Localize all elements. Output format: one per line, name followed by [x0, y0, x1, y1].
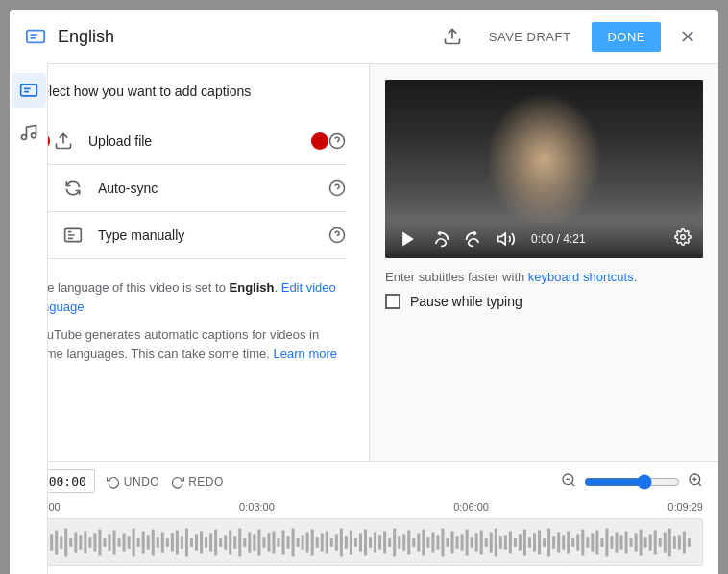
- svg-rect-110: [446, 538, 449, 547]
- svg-rect-134: [562, 535, 565, 549]
- svg-rect-51: [161, 532, 164, 552]
- subtitle-icon: [25, 26, 46, 47]
- play-button[interactable]: [397, 227, 420, 251]
- svg-rect-147: [625, 531, 628, 553]
- autosync-help-icon[interactable]: [328, 179, 346, 197]
- svg-rect-32: [69, 538, 72, 547]
- sidebar-music-icon[interactable]: [12, 115, 46, 150]
- svg-rect-143: [605, 529, 608, 557]
- svg-rect-155: [664, 532, 667, 552]
- svg-rect-103: [412, 538, 415, 547]
- svg-rect-31: [64, 529, 67, 557]
- svg-rect-83: [316, 537, 319, 548]
- svg-rect-50: [157, 537, 159, 548]
- modal-title: English: [58, 27, 437, 47]
- svg-line-18: [571, 483, 574, 486]
- svg-point-165: [21, 135, 26, 140]
- svg-rect-157: [673, 536, 676, 548]
- info-section: The language of this video is set to Eng…: [33, 278, 346, 372]
- pause-checkbox[interactable]: [385, 294, 400, 309]
- forward-button[interactable]: [462, 227, 485, 251]
- svg-rect-81: [306, 532, 309, 552]
- ruler-marker-2: 0:06:00: [453, 501, 489, 513]
- done-button[interactable]: DONE: [592, 22, 661, 52]
- svg-rect-84: [321, 533, 324, 551]
- pause-row: Pause while typing: [385, 294, 703, 309]
- svg-rect-74: [272, 531, 275, 553]
- svg-rect-118: [485, 538, 488, 547]
- svg-rect-99: [393, 529, 396, 557]
- modal-body: Select how you want to add captions Uplo…: [10, 64, 718, 461]
- pause-label: Pause while typing: [410, 294, 522, 309]
- svg-marker-15: [498, 233, 506, 245]
- svg-rect-85: [326, 531, 328, 553]
- svg-rect-0: [27, 31, 44, 43]
- learn-more-link[interactable]: Learn more: [274, 347, 337, 361]
- svg-rect-112: [456, 536, 459, 548]
- option-upload[interactable]: Upload file: [33, 118, 346, 165]
- subtitle-hint: Enter subtitles faster with keyboard sho…: [385, 270, 703, 284]
- option-manual[interactable]: Type manually: [33, 212, 346, 259]
- svg-rect-100: [398, 536, 400, 548]
- volume-button[interactable]: [495, 227, 518, 251]
- svg-rect-87: [335, 534, 338, 550]
- svg-rect-137: [576, 534, 579, 550]
- upload-icon-header[interactable]: [437, 21, 468, 52]
- manual-help-icon[interactable]: [328, 227, 346, 244]
- svg-rect-65: [229, 531, 231, 555]
- close-button[interactable]: [672, 21, 703, 52]
- svg-rect-102: [407, 531, 410, 555]
- svg-rect-162: [20, 84, 36, 96]
- svg-rect-39: [103, 538, 106, 547]
- svg-rect-108: [436, 535, 439, 549]
- svg-rect-159: [683, 531, 686, 553]
- svg-rect-150: [640, 530, 643, 556]
- save-draft-button[interactable]: SAVE DRAFT: [479, 24, 581, 50]
- modal-header: English SAVE DRAFT DONE: [10, 10, 718, 64]
- keyboard-shortcuts-link[interactable]: keyboard shortcuts: [528, 270, 634, 284]
- timeline-ruler: 0:00:00 0:03:00 0:06:00 0:09:29: [25, 499, 703, 514]
- svg-rect-44: [128, 536, 131, 548]
- svg-rect-75: [277, 538, 279, 547]
- settings-button[interactable]: [674, 228, 692, 250]
- svg-rect-115: [471, 537, 473, 548]
- undo-button[interactable]: UNDO: [107, 475, 159, 489]
- waveform-container[interactable]: [25, 518, 703, 566]
- svg-rect-151: [644, 537, 647, 548]
- svg-rect-37: [93, 533, 96, 551]
- svg-rect-29: [55, 531, 58, 555]
- svg-rect-68: [243, 538, 246, 547]
- svg-rect-82: [311, 530, 314, 556]
- svg-rect-91: [354, 538, 357, 547]
- svg-rect-80: [302, 535, 304, 549]
- rewind-button[interactable]: [429, 227, 452, 251]
- redo-button[interactable]: REDO: [171, 475, 224, 489]
- svg-rect-55: [181, 536, 183, 548]
- zoom-slider[interactable]: [584, 474, 680, 490]
- left-sidebar: [10, 63, 48, 574]
- svg-rect-117: [480, 531, 483, 555]
- svg-rect-63: [219, 538, 222, 547]
- svg-rect-60: [205, 537, 207, 548]
- svg-rect-129: [538, 531, 541, 555]
- svg-rect-90: [350, 531, 352, 555]
- svg-rect-70: [253, 534, 255, 550]
- svg-rect-49: [152, 530, 155, 556]
- svg-rect-145: [615, 532, 618, 552]
- svg-line-21: [698, 483, 701, 486]
- time-display: 0:00 / 4:21: [531, 232, 586, 246]
- svg-rect-47: [142, 531, 145, 553]
- svg-rect-120: [495, 529, 497, 557]
- svg-rect-77: [287, 536, 290, 548]
- caption-prompt: Select how you want to add captions: [33, 84, 346, 99]
- sidebar-captions-icon[interactable]: [12, 73, 46, 108]
- option-autosync[interactable]: Auto-sync: [33, 165, 346, 212]
- zoom-out-icon[interactable]: [561, 472, 576, 491]
- upload-help-icon[interactable]: [328, 132, 346, 150]
- svg-rect-61: [209, 533, 212, 551]
- upload-icon: [50, 132, 77, 151]
- zoom-in-icon[interactable]: [688, 472, 703, 491]
- svg-rect-126: [523, 530, 526, 556]
- svg-rect-131: [547, 529, 550, 557]
- right-panel: 0:00 / 4:21 Enter subtitles faster with …: [370, 64, 718, 461]
